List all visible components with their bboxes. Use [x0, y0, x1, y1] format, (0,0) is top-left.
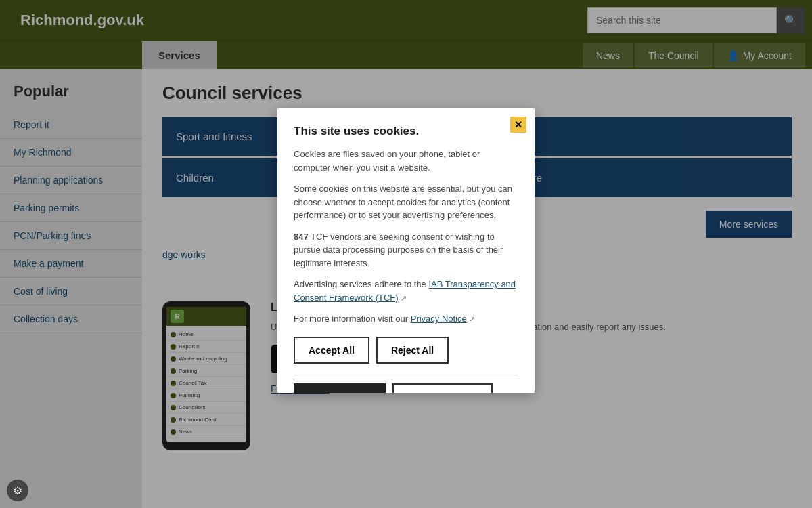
cookie-advertising-text: Advertising services adhere to the — [294, 279, 428, 289]
cookie-vendor-suffix: TCF vendors are seeking consent or wishi… — [294, 232, 503, 268]
cookie-text-1: Cookies are files saved on your phone, t… — [294, 148, 518, 174]
settings-gear[interactable]: ⚙ — [7, 480, 28, 501]
cookie-modal: ✕ This site uses cookies. Cookies are fi… — [277, 108, 535, 393]
cookie-more-info-text: For more information visit our — [294, 314, 411, 324]
cookie-advertising: Advertising services adhere to the IAB T… — [294, 278, 518, 304]
privacy-ext-icon: ↗ — [469, 315, 475, 323]
cookie-divider — [294, 375, 518, 375]
third-party-button[interactable]: Third party vendors — [392, 383, 493, 394]
cookie-actions: Accept All Reject All — [294, 337, 518, 364]
cookie-vendor-text: 847 TCF vendors are seeking consent or w… — [294, 230, 518, 270]
cookie-more-info: For more information visit our Privacy N… — [294, 312, 518, 326]
cookie-close-button[interactable]: ✕ — [510, 117, 526, 133]
cookie-title: This site uses cookies. — [294, 125, 518, 138]
how-data-button[interactable]: How data is used — [294, 383, 386, 394]
privacy-notice-link[interactable]: Privacy Notice — [411, 314, 467, 324]
reject-all-button[interactable]: Reject All — [376, 337, 449, 364]
cookie-text-2: Some cookies on this website are essenti… — [294, 182, 518, 222]
cookie-tabs: How data is used Third party vendors — [294, 383, 518, 394]
accept-all-button[interactable]: Accept All — [294, 337, 369, 364]
cookie-vendor-count: 847 — [294, 232, 309, 242]
iab-ext-icon: ↗ — [401, 294, 407, 302]
cookie-overlay: ✕ This site uses cookies. Cookies are fi… — [0, 0, 812, 508]
